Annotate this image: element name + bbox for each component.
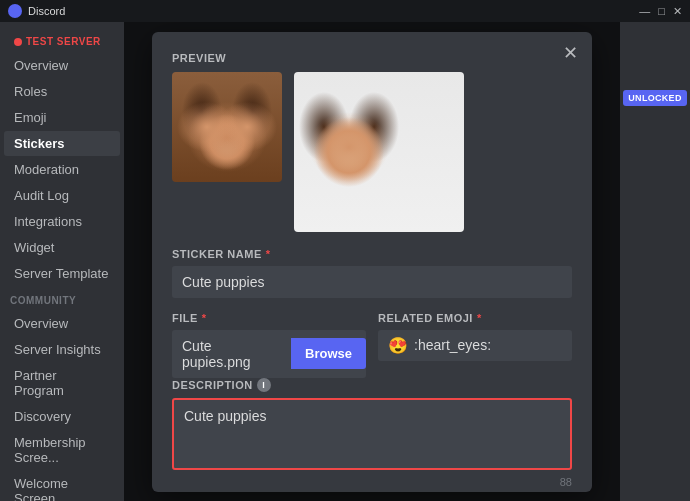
discord-logo-icon bbox=[8, 4, 22, 18]
description-label: DESCRIPTION i bbox=[172, 378, 572, 392]
browse-button[interactable]: Browse bbox=[291, 338, 366, 369]
preview-label: PREVIEW bbox=[172, 52, 572, 64]
file-required-star: * bbox=[202, 312, 207, 324]
sticker-name-group: STICKER NAME * bbox=[172, 248, 572, 298]
char-count: 88 bbox=[172, 476, 572, 488]
server-section-label: TEST SERVER bbox=[4, 31, 120, 52]
modal-overlay: ✕ PREVIEW STICKER NAME * bbox=[124, 22, 620, 501]
file-emoji-row: FILE * Cute pupies.png Browse RELATED EM… bbox=[172, 312, 572, 378]
sidebar-item-roles[interactable]: Roles bbox=[4, 79, 120, 104]
app-title: Discord bbox=[28, 5, 65, 17]
related-emoji-group: RELATED EMOJI * 😍 :heart_eyes: bbox=[378, 312, 572, 378]
right-sidebar: UNLOCKED bbox=[620, 22, 690, 501]
sidebar-item-moderation[interactable]: Moderation bbox=[4, 157, 120, 182]
description-textarea[interactable]: Cute puppies bbox=[172, 398, 572, 470]
file-input-row: Cute pupies.png Browse bbox=[172, 330, 366, 378]
info-icon[interactable]: i bbox=[257, 378, 271, 392]
sidebar-item-emoji[interactable]: Emoji bbox=[4, 105, 120, 130]
related-emoji-label: RELATED EMOJI * bbox=[378, 312, 572, 324]
minimize-button[interactable]: — bbox=[639, 5, 650, 18]
sticker-name-input[interactable] bbox=[172, 266, 572, 298]
maximize-button[interactable]: □ bbox=[658, 5, 665, 18]
preview-light-bg bbox=[294, 72, 464, 232]
sidebar-item-overview[interactable]: Overview bbox=[4, 53, 120, 78]
sidebar-item-widget[interactable]: Widget bbox=[4, 235, 120, 260]
sidebar-item-server-template[interactable]: Server Template bbox=[4, 261, 120, 286]
sidebar-item-integrations[interactable]: Integrations bbox=[4, 209, 120, 234]
sidebar-item-welcome-screen[interactable]: Welcome Screen bbox=[4, 471, 120, 501]
emoji-required-star: * bbox=[477, 312, 482, 324]
required-star: * bbox=[266, 248, 271, 260]
community-section-label: COMMUNITY bbox=[0, 287, 124, 310]
description-group: DESCRIPTION i Cute puppies 88 bbox=[172, 378, 572, 488]
emoji-text: :heart_eyes: bbox=[414, 337, 491, 353]
sidebar-item-discovery[interactable]: Discovery bbox=[4, 404, 120, 429]
dog-preview-dark bbox=[172, 72, 282, 182]
titlebar-title: Discord bbox=[8, 4, 65, 18]
sidebar-item-membership-screen[interactable]: Membership Scree... bbox=[4, 430, 120, 470]
file-input-text: Cute pupies.png bbox=[172, 330, 291, 378]
sidebar: TEST SERVER Overview Roles Emoji Sticker… bbox=[0, 22, 124, 501]
preview-dark-bg bbox=[172, 72, 282, 182]
main-content: UPLOAD REQUIREMENTS ✕ PREVIEW bbox=[124, 22, 620, 501]
file-label: FILE * bbox=[172, 312, 366, 324]
preview-area bbox=[172, 72, 572, 232]
app-body: TEST SERVER Overview Roles Emoji Sticker… bbox=[0, 22, 690, 501]
modal-close-button[interactable]: ✕ bbox=[563, 44, 578, 62]
dog-preview-light bbox=[294, 72, 464, 232]
emoji-input-row[interactable]: 😍 :heart_eyes: bbox=[378, 330, 572, 361]
sticker-upload-modal: ✕ PREVIEW STICKER NAME * bbox=[152, 32, 592, 492]
sidebar-item-audit-log[interactable]: Audit Log bbox=[4, 183, 120, 208]
sticker-name-label: STICKER NAME * bbox=[172, 248, 572, 260]
sidebar-item-community-overview[interactable]: Overview bbox=[4, 311, 120, 336]
sidebar-item-partner-program[interactable]: Partner Program bbox=[4, 363, 120, 403]
unlocked-badge: UNLOCKED bbox=[623, 90, 686, 106]
sidebar-item-server-insights[interactable]: Server Insights bbox=[4, 337, 120, 362]
close-button[interactable]: ✕ bbox=[673, 5, 682, 18]
red-dot-icon bbox=[14, 38, 22, 46]
window-controls[interactable]: — □ ✕ bbox=[639, 5, 682, 18]
file-group: FILE * Cute pupies.png Browse bbox=[172, 312, 366, 378]
sidebar-item-stickers[interactable]: Stickers bbox=[4, 131, 120, 156]
titlebar: Discord — □ ✕ bbox=[0, 0, 690, 22]
heart-eyes-emoji-icon: 😍 bbox=[388, 336, 408, 355]
